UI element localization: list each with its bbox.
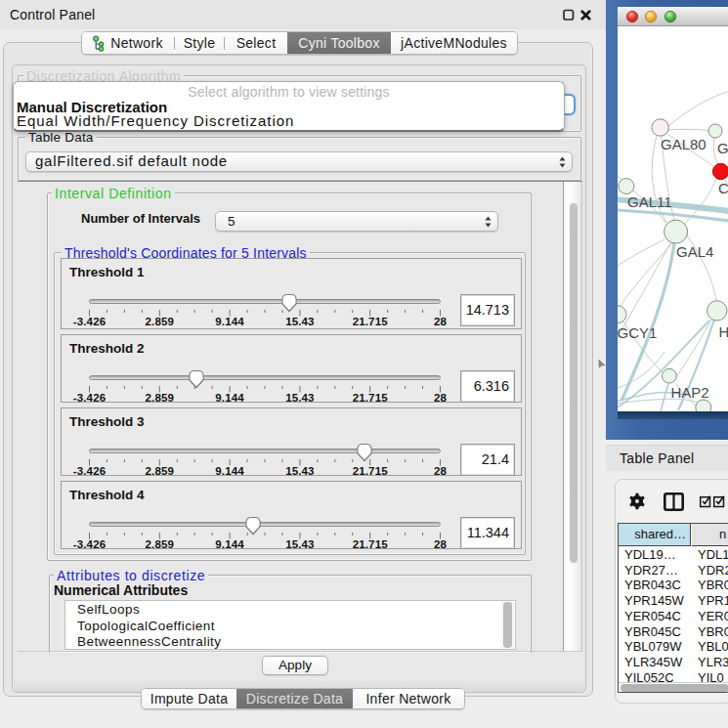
svg-text:HAP2: HAP2 [671, 384, 709, 401]
svg-text:GAL: GAL [717, 140, 728, 156]
svg-text:GAL4: GAL4 [676, 243, 713, 260]
svg-text:C: C [718, 180, 728, 196]
svg-text:GAL11: GAL11 [627, 193, 672, 210]
svg-text:GCY1: GCY1 [618, 324, 657, 341]
svg-text:H: H [719, 323, 728, 340]
svg-text:GAL80: GAL80 [661, 136, 707, 152]
